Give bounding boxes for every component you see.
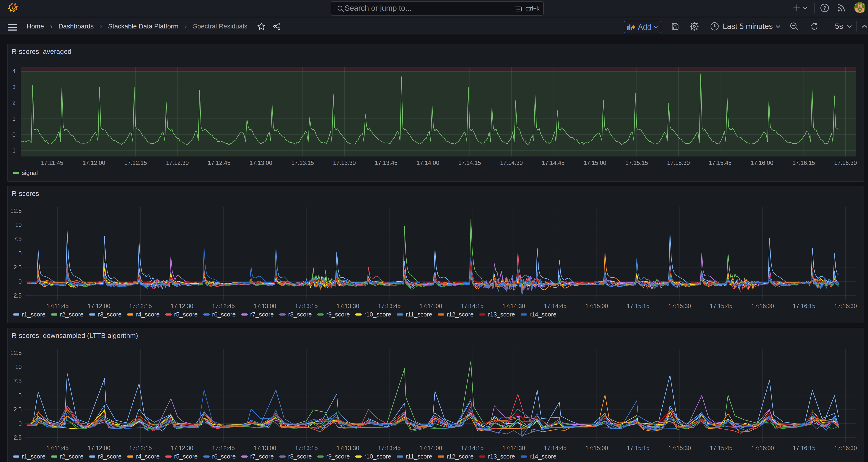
svg-text:?: ? (823, 5, 826, 11)
